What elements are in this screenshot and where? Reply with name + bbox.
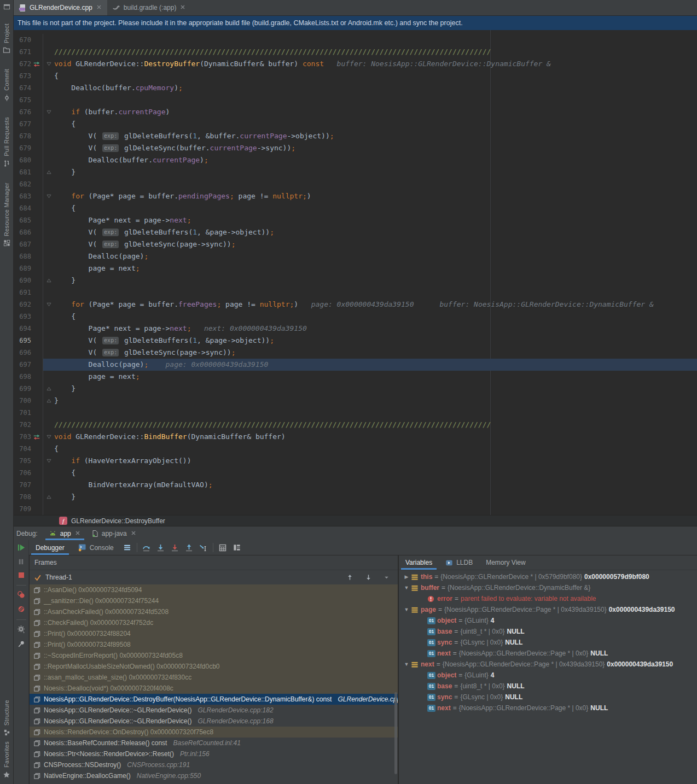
stop-button[interactable]	[18, 572, 25, 580]
view-breakpoints-button[interactable]	[17, 590, 25, 600]
settings-gear-button[interactable]	[17, 625, 26, 635]
code-line[interactable]: 694 Page* next = page->next; next: 0x000…	[14, 323, 697, 335]
run-to-cursor-button[interactable]	[196, 540, 211, 555]
code-line[interactable]: 703void GLRenderDevice::BindBuffer(Dynam…	[14, 431, 697, 443]
code-line[interactable]: 696 V( exp: glDeleteSync(page->sync));	[14, 347, 697, 359]
evaluate-expression-button[interactable]	[216, 540, 230, 555]
variable-row[interactable]: ▼next={NoesisApp::GLRenderDevice::Page *…	[399, 659, 697, 670]
code-line[interactable]: 699 }	[14, 383, 697, 395]
close-tab-icon[interactable]	[130, 530, 137, 537]
fold-start-icon[interactable]	[46, 194, 52, 199]
stack-frame-row[interactable]: NoesisApp::GLRenderDevice::~GLRenderDevi…	[30, 705, 398, 716]
view-options-button[interactable]	[120, 540, 135, 555]
code-line[interactable]: 698 page = next;	[14, 371, 697, 383]
chevron-down-icon[interactable]: ▼	[402, 662, 411, 667]
fold-end-icon[interactable]	[46, 398, 52, 403]
code-line[interactable]: 678 V( exp: glDeleteBuffers(1, &buffer.c…	[14, 130, 697, 142]
chevron-down-icon[interactable]: ▼	[402, 607, 411, 612]
tab-memory-view[interactable]: Memory View	[479, 555, 532, 570]
arrow-up-button[interactable]	[342, 574, 357, 581]
scrollbar-thumb[interactable]	[394, 692, 397, 774]
code-line[interactable]: 685 Page* next = page->next;	[14, 214, 697, 226]
recursion-icon[interactable]	[33, 434, 40, 441]
fold-end-icon[interactable]	[46, 386, 52, 391]
code-line[interactable]: 693 {	[14, 311, 697, 323]
code-line[interactable]: 706 {	[14, 467, 697, 479]
stack-frame-row[interactable]: CNSProcess::NSDestroy()CNSProcess.cpp:19…	[30, 759, 398, 770]
code-line[interactable]: 670	[14, 34, 697, 46]
code-editor[interactable]: 670671//////////////////////////////////…	[14, 30, 697, 515]
code-line[interactable]: 709	[14, 503, 697, 515]
variable-row[interactable]: error=parent failed to evaluate: variabl…	[399, 593, 697, 604]
restore-layout-button[interactable]	[230, 540, 244, 555]
code-line[interactable]: 681 }	[14, 166, 697, 178]
close-tab-icon[interactable]	[179, 4, 186, 11]
code-line[interactable]: 677 {	[14, 118, 697, 130]
stack-frame-row[interactable]: ::Print() 0x0000007324f89508	[30, 639, 398, 650]
stack-frame-row[interactable]: Noesis::RenderDevice::OnDestroy() 0x0000…	[30, 727, 398, 738]
sidebar-item-structure[interactable]: Structure	[3, 700, 10, 736]
stack-frame-row[interactable]: ::asan_malloc_usable_size() 0x0000007324…	[30, 672, 398, 683]
variable-row[interactable]: 01object={GLuint} 4	[399, 670, 697, 681]
step-into-button[interactable]	[154, 540, 168, 555]
chevron-down-button[interactable]	[380, 575, 393, 581]
close-tab-icon[interactable]	[96, 4, 102, 11]
fold-start-icon[interactable]	[46, 458, 52, 464]
mute-breakpoints-button[interactable]	[18, 605, 25, 615]
code-line[interactable]: 702/////////////////////////////////////…	[14, 419, 697, 431]
stack-frame-row[interactable]: ::~ScopedInErrorReport() 0x0000007324fd0…	[30, 650, 398, 661]
code-line[interactable]: 679 V( exp: glDeleteSync(buffer.currentP…	[14, 142, 697, 154]
debug-session-tab-app-java[interactable]: app-java	[86, 526, 142, 540]
stack-frame-row[interactable]: ::ReportMallocUsableSizeNotOwned() 0x000…	[30, 661, 398, 672]
stack-frame-row[interactable]: ::Print() 0x0000007324f88204	[30, 628, 398, 639]
chevron-right-icon[interactable]: ▶	[402, 574, 411, 580]
stack-frame-row[interactable]: Noesis::Dealloc(void*) 0x0000007320f4008…	[30, 683, 398, 694]
code-line[interactable]: 674 Dealloc(buffer.cpuMemory);	[14, 82, 697, 94]
code-line[interactable]: 686 V( exp: glDeleteBuffers(1, &page->ob…	[14, 226, 697, 238]
variable-row[interactable]: 01sync={GLsync | 0x0} NULL	[399, 637, 697, 648]
stack-frame-row[interactable]: ::AsanDie() 0x0000007324fd5094	[30, 584, 398, 595]
code-line[interactable]: 701	[14, 407, 697, 419]
tab-console[interactable]: Console	[71, 540, 120, 555]
recursion-icon[interactable]	[33, 61, 40, 68]
stack-frame-row[interactable]: NoesisApp::GLRenderDevice::~GLRenderDevi…	[30, 716, 398, 727]
stack-frame-row[interactable]: Noesis::Ptr<Noesis::RenderDevice>::Reset…	[30, 748, 398, 759]
variable-row[interactable]: ▶this={NoesisApp::GLRenderDevice * | 0x5…	[399, 571, 697, 582]
code-line[interactable]: 697 Dealloc(page); page: 0x000000439da39…	[14, 359, 697, 371]
code-line[interactable]: 688 Dealloc(page);	[14, 250, 697, 262]
editor-tab[interactable]: C++GLRenderDevice.cpp	[14, 0, 107, 15]
code-line[interactable]: 680 Dealloc(buffer.currentPage);	[14, 154, 697, 166]
code-line[interactable]: 672void GLRenderDevice::DestroyBuffer(Dy…	[14, 58, 697, 70]
stack-frame-row[interactable]: Noesis::BaseRefCounted::Release() constB…	[30, 738, 398, 748]
resume-button[interactable]	[17, 543, 25, 553]
tab-lldb[interactable]: LLDB	[439, 555, 479, 570]
variable-row[interactable]: 01base={uint8_t * | 0x0} NULL	[399, 626, 697, 637]
debug-session-tab-app[interactable]: app	[43, 526, 86, 540]
code-line[interactable]: 704{	[14, 443, 697, 455]
code-line[interactable]: 676 if (buffer.currentPage)	[14, 106, 697, 118]
code-line[interactable]: 695 V( exp: glDeleteBuffers(1, &page->ob…	[14, 335, 697, 347]
variable-row[interactable]: ▼buffer={NoesisApp::GLRenderDevice::Dyna…	[399, 582, 697, 593]
tab-variables[interactable]: Variables	[399, 555, 439, 570]
variable-row[interactable]: 01sync={GLsync | 0x0} NULL	[399, 692, 697, 703]
variable-row[interactable]: ▼page={NoesisApp::GLRenderDevice::Page *…	[399, 604, 697, 615]
fold-start-icon[interactable]	[46, 302, 52, 307]
variable-row[interactable]: 01object={GLuint} 4	[399, 615, 697, 626]
code-line[interactable]: 687 V( exp: glDeleteSync(page->sync));	[14, 238, 697, 250]
code-line[interactable]: 690 }	[14, 274, 697, 286]
fold-start-icon[interactable]	[46, 109, 52, 115]
code-line[interactable]: 708 }	[14, 491, 697, 503]
code-line[interactable]: 689 page = next;	[14, 262, 697, 274]
thread-selector[interactable]: Thread-1	[30, 570, 398, 585]
code-line[interactable]: 671/////////////////////////////////////…	[14, 46, 697, 58]
sidebar-item-pull-requests[interactable]: Pull Requests	[3, 117, 10, 167]
arrow-down-button[interactable]	[361, 574, 376, 581]
code-line[interactable]: 683 for (Page* page = buffer.pendingPage…	[14, 190, 697, 202]
step-over-button[interactable]	[140, 540, 154, 555]
force-step-into-button[interactable]	[168, 540, 182, 555]
fold-end-icon[interactable]	[46, 494, 52, 500]
fold-end-icon[interactable]	[46, 169, 52, 175]
code-line[interactable]: 684 {	[14, 202, 697, 214]
variable-row[interactable]: 01next={NoesisApp::GLRenderDevice::Page …	[399, 648, 697, 659]
close-tab-icon[interactable]	[74, 530, 81, 537]
